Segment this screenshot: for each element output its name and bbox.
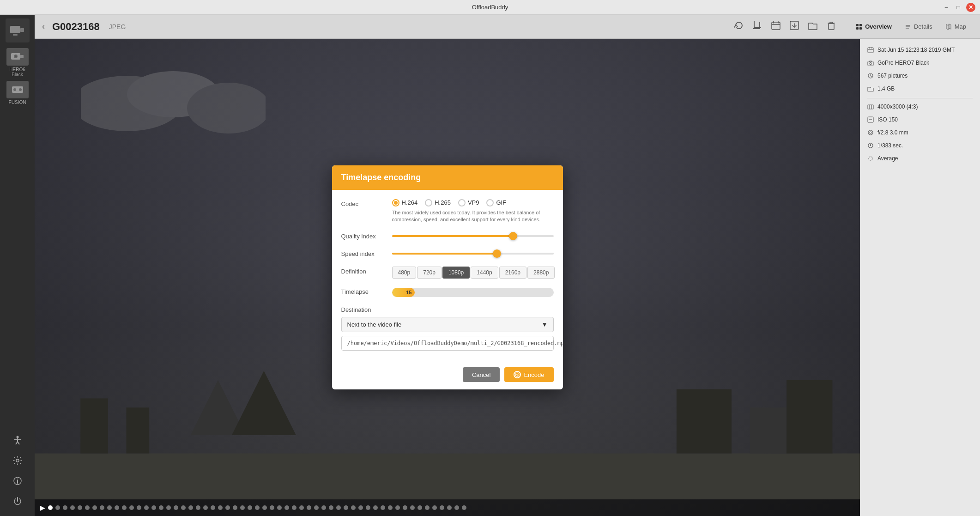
svg-point-47 [515, 373, 519, 376]
codec-radio-h265 [425, 199, 432, 206]
timelapse-value: 15 [406, 290, 411, 295]
destination-select[interactable]: Next to the video file ▼ [341, 317, 554, 332]
app-body: HERO6 Black FUSION [0, 15, 980, 516]
timelapse-slider-track[interactable]: 15 [392, 288, 554, 297]
codec-radio-vp9 [458, 199, 466, 206]
info-button[interactable] [10, 474, 25, 488]
codec-control: H.264 H.265 VP9 [392, 199, 554, 224]
speed-slider-thumb[interactable] [493, 249, 501, 258]
right-panel: Sat Jun 15 12:23:18 2019 GMT GoPro HERO7… [860, 39, 980, 516]
datetime-text: Sat Jun 15 12:23:18 2019 GMT [877, 46, 955, 54]
svg-point-9 [19, 88, 22, 91]
codec-option-h264[interactable]: H.264 [392, 199, 418, 206]
def-720p[interactable]: 720p [417, 267, 442, 279]
codec-option-gif[interactable]: GIF [486, 199, 506, 206]
sidebar-item-fusion[interactable]: FUSION [4, 81, 31, 105]
svg-line-14 [18, 442, 19, 444]
speed-slider-container [392, 249, 554, 258]
encode-label: Encode [524, 371, 544, 378]
close-button[interactable]: ✕ [966, 3, 975, 12]
rotate-icon[interactable] [734, 20, 744, 33]
svg-point-63 [869, 157, 872, 160]
calendar-icon[interactable] [771, 20, 781, 33]
sidebar-item-hero6[interactable]: HERO6 Black [4, 48, 31, 77]
maximize-button[interactable]: □ [954, 3, 962, 12]
quality-slider-fill [392, 235, 514, 237]
modal-header: Timelapse encoding [332, 165, 563, 190]
power-button[interactable] [10, 494, 25, 509]
trash-icon[interactable] [826, 20, 836, 33]
tab-details[interactable]: Details [898, 20, 939, 33]
hero6-label: HERO6 Black [4, 67, 31, 77]
accessibility-button[interactable] [10, 433, 25, 448]
detail-camera: GoPro HERO7 Black [867, 59, 973, 67]
encode-button[interactable]: Encode [504, 367, 553, 382]
def-1080p[interactable]: 1080p [442, 267, 470, 279]
definition-label: Definition [341, 267, 392, 275]
shutter-detail-icon [867, 142, 874, 150]
svg-marker-33 [946, 24, 951, 30]
codec-option-vp9[interactable]: VP9 [458, 199, 479, 206]
svg-rect-28 [856, 27, 859, 30]
timelapse-control: 15 [392, 287, 554, 298]
quality-slider-container [392, 231, 554, 241]
svg-rect-0 [10, 26, 20, 33]
tab-details-label: Details [914, 23, 932, 30]
encode-topbar-icon[interactable] [789, 20, 799, 33]
quality-slider-thumb[interactable] [509, 232, 517, 240]
tab-map-label: Map [955, 23, 966, 30]
tab-map[interactable]: Map [939, 20, 973, 33]
chevron-down-icon: ▼ [542, 321, 548, 328]
fusion-icon [6, 81, 29, 98]
svg-rect-26 [856, 24, 859, 26]
def-2160p[interactable]: 2160p [499, 267, 526, 279]
speed-row: Speed index [341, 249, 554, 258]
topbar: ‹ G0023168 JPEG [35, 15, 980, 39]
shutter-text: 1/383 sec. [877, 142, 903, 150]
crop-icon[interactable] [752, 20, 762, 33]
back-button[interactable]: ‹ [42, 22, 45, 31]
folder-icon[interactable] [808, 20, 818, 33]
def-1440p[interactable]: 1440p [471, 267, 498, 279]
media-area: ▶ [35, 39, 860, 516]
codec-option-h265[interactable]: H.265 [425, 199, 451, 206]
destination-label: Destination [341, 306, 554, 313]
codec-h265-label: H.265 [435, 199, 451, 206]
detail-divider [867, 98, 973, 98]
svg-point-18 [17, 479, 18, 480]
folder-detail-icon [867, 85, 874, 93]
destination-path[interactable]: /home/emeric/Videos/OffloadBuddyDemo/mul… [341, 336, 554, 351]
exposure-detail-icon [867, 155, 874, 163]
page-subtitle: JPEG [109, 23, 126, 30]
definition-button-group: 480p 720p 1080p 1440p 2160p 2880p [392, 267, 555, 279]
svg-rect-54 [868, 105, 873, 109]
tab-overview[interactable]: Overview [849, 20, 898, 33]
timelapse-row: Timelapse 15 [341, 287, 554, 298]
destination-select-value: Next to the video file [347, 321, 402, 328]
svg-point-62 [870, 145, 871, 146]
logo-icon [9, 22, 26, 39]
codec-row: Codec H.264 [341, 199, 554, 224]
minimize-button[interactable]: – [942, 3, 950, 12]
svg-rect-2 [13, 34, 18, 36]
iso-detail-icon [867, 116, 874, 124]
speed-control [392, 249, 554, 258]
quality-slider-track [392, 235, 554, 237]
codec-vp9-label: VP9 [468, 199, 479, 206]
detail-size: 1.4 GB [867, 85, 973, 93]
detail-resolution: 4000x3000 (4:3) [867, 103, 973, 111]
settings-button[interactable] [10, 453, 25, 468]
detail-aperture: f/2.8 3.0 mm [867, 129, 973, 137]
svg-rect-27 [859, 24, 862, 26]
pictures-text: 567 pictures [877, 72, 907, 80]
camera-detail-icon [867, 60, 874, 67]
cancel-button[interactable]: Cancel [463, 367, 500, 382]
app-title: OffloadBuddy [472, 4, 508, 11]
svg-point-10 [16, 436, 18, 438]
encode-icon [514, 371, 521, 378]
def-480p[interactable]: 480p [392, 267, 417, 279]
aperture-detail-icon [867, 129, 874, 137]
def-2880p[interactable]: 2880p [527, 267, 555, 279]
modal-footer: Cancel Encode [332, 360, 563, 389]
resolution-detail-icon [867, 103, 874, 111]
